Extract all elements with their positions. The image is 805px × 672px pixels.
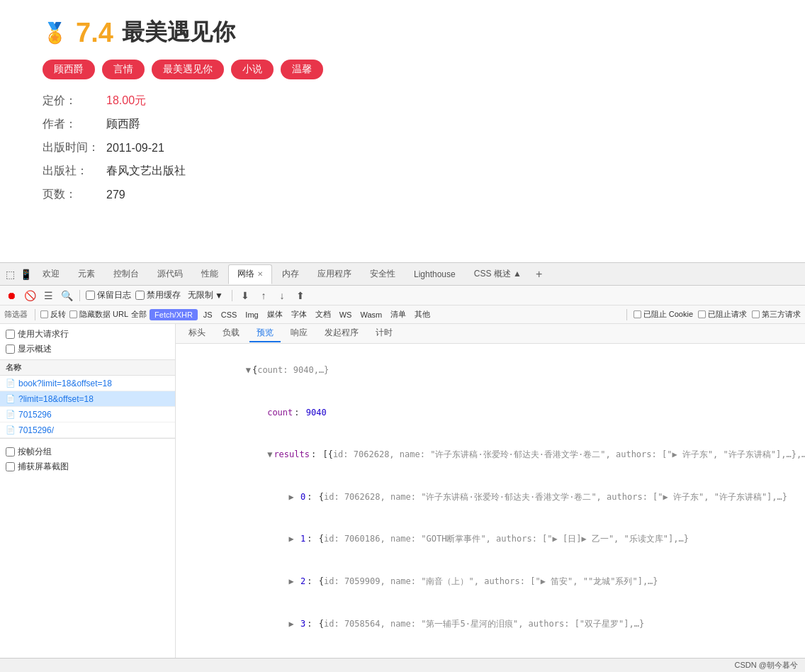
file-list-panel: 使用大请求行 显示概述 名称 📄 book?limit=18&offset=18… <box>0 324 176 658</box>
file-name-1: ?limit=18&offset=18 <box>18 394 94 404</box>
book-title-row: 🏅 7.4 最美遇见你 <box>43 17 777 48</box>
sub-tab-headers[interactable]: 标头 <box>181 325 213 342</box>
overview-option[interactable]: 显示概述 <box>6 342 169 357</box>
blocked-cookie-filter[interactable]: 已阻止 Cookie <box>633 309 693 320</box>
filter-sep-2 <box>626 309 627 320</box>
sub-tab-initiator-label: 发起程序 <box>325 327 359 337</box>
media-btn[interactable]: 媒体 <box>264 308 286 320</box>
file-item-1[interactable]: 📄 ?limit=18&offset=18 <box>0 391 175 407</box>
all-label: 全部 <box>131 309 147 320</box>
third-party-checkbox[interactable] <box>752 310 760 318</box>
blocked-request-filter[interactable]: 已阻止请求 <box>697 309 747 320</box>
third-party-filter[interactable]: 第三方请求 <box>751 309 801 320</box>
sub-tab-response[interactable]: 响应 <box>283 325 315 342</box>
json-results-toggle[interactable]: ▼ <box>267 449 272 459</box>
json-item-3-toggle[interactable]: ▶ <box>289 619 294 629</box>
devtools-inspect-icon[interactable]: 📱 <box>18 267 33 281</box>
export-button[interactable]: ⬆ <box>293 289 308 303</box>
clear-filter-btn[interactable]: 清单 <box>388 308 409 320</box>
tab-elements[interactable]: 元素 <box>69 264 103 284</box>
group-frames-label: 按帧分组 <box>18 446 52 458</box>
tab-application-label: 应用程序 <box>317 268 351 280</box>
tab-sources[interactable]: 源代码 <box>149 264 191 284</box>
ws-btn[interactable]: WS <box>337 310 355 320</box>
json-item-2-toggle[interactable]: ▶ <box>289 576 294 586</box>
publisher-label: 出版社： <box>43 164 106 179</box>
tab-console[interactable]: 控制台 <box>105 264 147 284</box>
tab-network-close[interactable]: ✕ <box>257 270 263 278</box>
css-btn[interactable]: CSS <box>218 310 240 320</box>
search-button[interactable]: 🔍 <box>60 289 74 303</box>
json-item-0-toggle[interactable]: ▶ <box>289 492 294 502</box>
sub-tab-preview[interactable]: 预览 <box>249 325 281 342</box>
sub-tab-payload[interactable]: 负载 <box>215 325 247 342</box>
tab-lighthouse[interactable]: Lighthouse <box>405 264 464 284</box>
devtools-cursor-icon[interactable]: ⬚ <box>3 267 17 281</box>
invert-checkbox[interactable] <box>40 310 48 318</box>
tag-mood[interactable]: 温馨 <box>281 60 323 79</box>
tag-author[interactable]: 顾西爵 <box>43 60 95 79</box>
tab-application[interactable]: 应用程序 <box>309 264 360 284</box>
overview-checkbox[interactable] <box>6 345 15 354</box>
blocked-cookie-checkbox[interactable] <box>634 310 641 318</box>
group-frames-checkbox[interactable] <box>6 447 15 457</box>
tab-security[interactable]: 安全性 <box>361 264 404 284</box>
file-name-3: 7015296/ <box>18 425 54 435</box>
doc-btn[interactable]: 文档 <box>313 308 334 320</box>
img-btn[interactable]: Img <box>242 310 261 320</box>
tab-welcome[interactable]: 欢迎 <box>34 264 68 284</box>
group-frames-option[interactable]: 按帧分组 <box>6 444 169 459</box>
clear-button[interactable]: 🚫 <box>23 289 37 303</box>
sub-tab-payload-label: 负载 <box>223 327 240 337</box>
big-request-option[interactable]: 使用大请求行 <box>6 327 169 342</box>
file-item-3[interactable]: 📄 7015296/ <box>0 422 175 438</box>
file-item-0[interactable]: 📄 book?limit=18&offset=18 <box>0 376 175 391</box>
json-root-toggle[interactable]: ▼ <box>246 365 251 375</box>
throttle-dropdown[interactable]: 无限制 ▼ <box>185 289 226 302</box>
tab-performance[interactable]: 性能 <box>193 264 227 284</box>
screenshot-option[interactable]: 捕获屏幕截图 <box>6 459 169 474</box>
other-btn[interactable]: 其他 <box>412 308 433 320</box>
json-item-1: ▶ 1: {id: 7060186, name: "GOTH断掌事件", aut… <box>184 518 796 561</box>
filter-icon[interactable]: ☰ <box>41 289 55 303</box>
big-request-checkbox[interactable] <box>6 330 15 339</box>
tab-network[interactable]: 网络 ✕ <box>228 264 272 284</box>
json-response-area[interactable]: ▼{count: 9040,…} count: 9040 ▼results: [… <box>176 344 805 658</box>
tag-title[interactable]: 最美遇见你 <box>152 60 224 79</box>
wasm-btn[interactable]: Wasm <box>357 310 385 320</box>
file-icon-1: 📄 <box>6 394 16 403</box>
file-name-0: book?limit=18&offset=18 <box>18 379 112 388</box>
json-item-1-toggle[interactable]: ▶ <box>289 534 294 544</box>
blocked-cookie-label: 已阻止 Cookie <box>643 309 693 320</box>
all-filter[interactable]: 全部 <box>131 309 147 320</box>
fetch-xhr-btn[interactable]: Fetch/XHR <box>150 309 198 320</box>
hide-data-url-checkbox[interactable] <box>69 310 77 318</box>
sub-tab-preview-label: 预览 <box>257 327 274 337</box>
invert-filter[interactable]: 反转 <box>40 309 66 320</box>
preserve-log-input[interactable] <box>86 291 95 300</box>
disable-cache-label: 禁用缓存 <box>147 289 181 301</box>
tag-type[interactable]: 小说 <box>231 60 274 79</box>
hide-data-url-filter[interactable]: 隐藏数据 URL <box>69 309 128 320</box>
down-button[interactable]: ↓ <box>275 289 289 303</box>
screenshot-checkbox[interactable] <box>6 462 15 471</box>
disable-cache-input[interactable] <box>135 291 145 300</box>
tab-css-overview[interactable]: CSS 概述 ▲ <box>466 264 530 284</box>
file-item-2[interactable]: 📄 7015296 <box>0 407 175 422</box>
toolbar-sep-2 <box>232 290 232 301</box>
font-btn[interactable]: 字体 <box>288 308 310 320</box>
disable-cache-checkbox[interactable]: 禁用缓存 <box>135 289 181 301</box>
tab-network-label: 网络 <box>237 268 254 280</box>
blocked-request-checkbox[interactable] <box>698 310 706 318</box>
sub-tab-initiator[interactable]: 发起程序 <box>317 325 366 342</box>
file-name-2: 7015296 <box>18 410 52 420</box>
sub-tab-timing[interactable]: 计时 <box>368 325 400 342</box>
up-button[interactable]: ↑ <box>257 289 271 303</box>
tab-memory[interactable]: 内存 <box>274 264 308 284</box>
preserve-log-checkbox[interactable]: 保留日志 <box>86 289 131 301</box>
tag-genre[interactable]: 言情 <box>102 60 145 79</box>
record-button[interactable]: ⏺ <box>4 289 18 303</box>
tab-add-button[interactable]: + <box>531 267 546 282</box>
js-btn[interactable]: JS <box>201 310 215 320</box>
import-button[interactable]: ⬇ <box>238 289 252 303</box>
